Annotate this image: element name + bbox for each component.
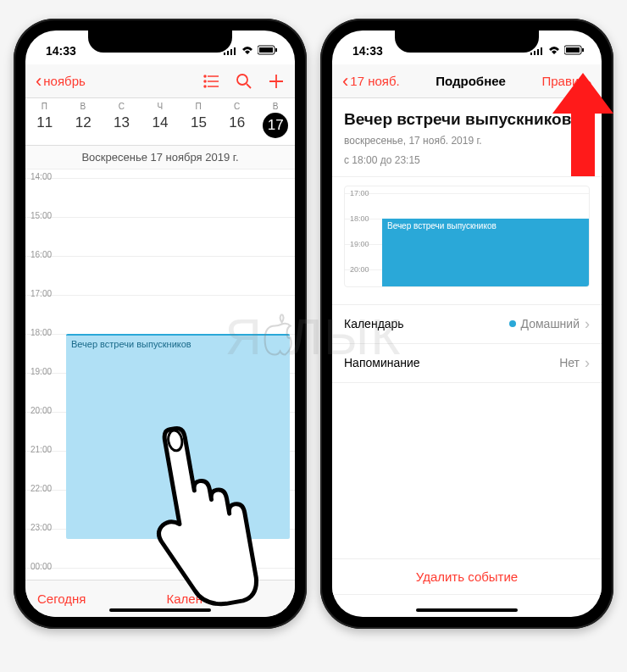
back-label: 17 нояб. <box>350 74 399 88</box>
calendar-color-dot <box>509 320 516 327</box>
row-label: Напоминание <box>344 356 420 369</box>
back-button[interactable]: ‹ ноябрь <box>36 72 86 91</box>
event-date-line: воскресенье, 17 нояб. 2019 г. <box>344 134 590 148</box>
svg-point-11 <box>204 81 206 82</box>
svg-point-10 <box>204 75 206 77</box>
event-title: Вечер встречи выпускников <box>71 339 191 349</box>
svg-rect-23 <box>582 48 584 52</box>
svg-point-13 <box>237 75 247 85</box>
status-time: 14:33 <box>46 44 76 58</box>
list-icon[interactable] <box>203 73 220 90</box>
mini-event-label: Вечер встречи выпускников <box>387 221 497 230</box>
status-icons <box>530 44 585 58</box>
row-value: Домашний <box>521 317 580 330</box>
svg-rect-17 <box>530 53 532 55</box>
event-time-line: с 18:00 до 23:15 <box>344 153 590 168</box>
day-col[interactable]: Ч14 <box>141 98 179 145</box>
notch <box>395 31 539 53</box>
screen-right: 14:33 ‹ 17 нояб. <box>332 31 602 617</box>
svg-rect-2 <box>230 49 232 55</box>
svg-rect-22 <box>566 47 580 53</box>
wifi-icon <box>241 44 254 58</box>
delete-event-button[interactable]: Удалить событие <box>332 558 602 595</box>
full-date-label: Воскресенье 17 ноября 2019 г. <box>25 146 295 169</box>
event-detail-header: Вечер встречи выпускников воскресенье, 1… <box>332 98 602 177</box>
event-title: Вечер встречи выпускников <box>344 110 590 129</box>
svg-rect-20 <box>541 47 542 55</box>
screen-left: 14:33 ‹ ноябрь <box>25 31 295 617</box>
reminder-row[interactable]: Напоминание Нет › <box>332 344 602 383</box>
day-timeline[interactable]: 14:00 15:00 16:00 17:00 18:00 19:00 20:0… <box>25 169 295 590</box>
svg-rect-0 <box>224 53 225 55</box>
day-col[interactable]: П11 <box>25 98 64 145</box>
day-col[interactable]: В12 <box>64 98 102 145</box>
calendar-event[interactable]: Вечер встречи выпускников <box>66 334 290 539</box>
day-col-selected[interactable]: В17 <box>257 98 295 145</box>
chevron-right-icon: › <box>585 354 590 372</box>
status-icons <box>224 44 278 58</box>
svg-rect-5 <box>259 47 273 53</box>
calendar-row[interactable]: Календарь Домашний › <box>332 305 602 344</box>
nav-bar-left: ‹ ноябрь <box>25 64 295 98</box>
mini-event[interactable]: Вечер встречи выпускников <box>382 219 589 287</box>
svg-rect-6 <box>275 48 277 52</box>
chevron-left-icon: ‹ <box>36 72 42 91</box>
home-indicator[interactable] <box>416 608 518 612</box>
battery-icon <box>258 44 278 58</box>
svg-rect-1 <box>227 51 229 55</box>
svg-rect-18 <box>534 51 535 55</box>
svg-rect-3 <box>234 47 236 55</box>
phone-frame-right: 14:33 ‹ 17 нояб. <box>320 19 613 629</box>
search-icon[interactable] <box>236 73 252 90</box>
row-label: Календарь <box>344 317 404 330</box>
back-button[interactable]: ‹ 17 нояб. <box>342 72 400 91</box>
wifi-icon <box>547 44 561 58</box>
day-col[interactable]: С16 <box>218 98 256 145</box>
today-button[interactable]: Сегодня <box>37 591 86 606</box>
svg-rect-19 <box>537 49 539 55</box>
row-value: Нет <box>559 356 580 369</box>
nav-bar-right: ‹ 17 нояб. Подробнее Править <box>332 64 602 98</box>
status-time: 14:33 <box>352 44 383 58</box>
chevron-left-icon: ‹ <box>342 72 348 91</box>
svg-point-12 <box>204 86 206 87</box>
add-icon[interactable] <box>268 73 285 90</box>
back-label: ноябрь <box>43 74 86 88</box>
notch <box>88 31 232 53</box>
week-row: П11 В12 С13 Ч14 П15 С16 В17 <box>25 98 295 146</box>
battery-icon <box>564 44 585 58</box>
day-col[interactable]: С13 <box>103 98 141 145</box>
svg-line-14 <box>247 84 251 88</box>
nav-title: Подробнее <box>436 74 506 88</box>
day-col[interactable]: П15 <box>180 98 218 145</box>
settings-list: Календарь Домашний › Напоминание Нет › <box>332 304 602 383</box>
chevron-right-icon: › <box>585 315 590 333</box>
edit-button[interactable]: Править <box>541 74 591 88</box>
calendars-button[interactable]: Кален <box>167 591 203 606</box>
mini-timeline[interactable]: 17:00 18:00 19:00 20:00 Вечер встречи вы… <box>344 186 590 287</box>
phone-frame-left: 14:33 ‹ ноябрь <box>14 19 307 629</box>
home-indicator[interactable] <box>109 608 211 612</box>
